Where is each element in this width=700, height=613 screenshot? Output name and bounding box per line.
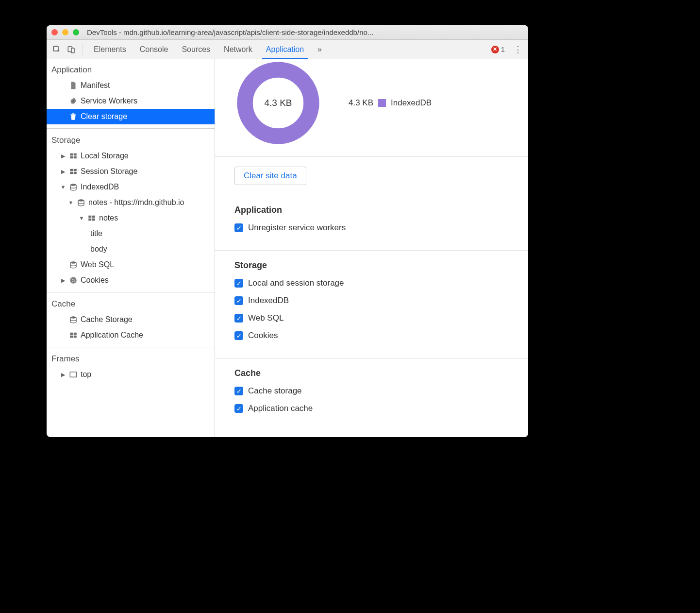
sidebar-item-label: Web SQL [81, 260, 114, 269]
sidebar-item-indexeddb-db[interactable]: ▼ notes - https://mdn.github.io [47, 195, 215, 210]
inspect-element-icon[interactable] [50, 43, 63, 56]
legend-label: IndexedDB [391, 98, 432, 108]
svg-point-24 [70, 316, 76, 319]
button-label: Clear site data [244, 171, 297, 180]
tab-console[interactable]: Console [140, 40, 168, 59]
chevron-right-icon: ▶ [60, 277, 66, 284]
tab-label: Application [266, 45, 304, 54]
close-window-icon[interactable] [51, 29, 58, 35]
content-area: Application Manifest Service Workers [47, 59, 528, 437]
svg-point-20 [72, 279, 73, 280]
device-toggle-icon[interactable] [65, 43, 78, 56]
chevron-down-icon: ▼ [68, 200, 74, 205]
checkbox-cookies[interactable]: ✓ Cookies [234, 331, 509, 341]
minimize-window-icon[interactable] [62, 29, 68, 35]
usage-legend: 4.3 KB IndexedDB [341, 98, 432, 108]
svg-rect-6 [70, 156, 73, 159]
sidebar-item-label: Service Workers [81, 97, 137, 105]
sidebar-item-label: Local Storage [81, 152, 129, 160]
clear-storage-panel: 4.3 KB 4.3 KB IndexedDB Clear site data … [215, 59, 528, 437]
svg-rect-5 [74, 153, 77, 156]
checkbox-checked-icon: ✓ [234, 331, 243, 340]
section-heading: Application [234, 205, 509, 215]
sidebar-item-label: Manifest [81, 81, 110, 90]
sidebar-item-label: Cookies [81, 276, 109, 285]
sidebar-item-cookies[interactable]: ▶ Cookies [47, 272, 215, 288]
section-application: Application ✓ Unregister service workers [215, 195, 528, 250]
svg-rect-9 [74, 169, 77, 171]
checkbox-cache-storage[interactable]: ✓ Cache storage [234, 386, 509, 396]
tab-elements[interactable]: Elements [94, 40, 126, 59]
sidebar-item-label: IndexedDB [81, 183, 119, 191]
sidebar-item-label: top [81, 370, 91, 379]
legend-size: 4.3 KB [341, 98, 373, 108]
section-cache: Cache ✓ Cache storage ✓ Application cach… [215, 358, 528, 431]
sidebar-group-application: Application [47, 62, 215, 78]
storage-usage-chart: 4.3 KB 4.3 KB IndexedDB [215, 59, 528, 156]
svg-rect-27 [70, 336, 73, 338]
sidebar-item-label: title [90, 229, 102, 238]
chevron-right-icon: ▶ [60, 372, 66, 378]
sidebar-item-cache-storage[interactable]: Cache Storage [47, 312, 215, 327]
gear-icon [69, 97, 78, 105]
table-icon [87, 214, 96, 222]
kebab-menu-icon[interactable]: ⋮ [512, 43, 524, 56]
usage-donut: 4.3 KB [234, 59, 322, 147]
sidebar-item-web-sql[interactable]: Web SQL [47, 257, 215, 272]
table-icon [69, 152, 78, 160]
svg-rect-16 [88, 219, 91, 221]
svg-point-12 [70, 184, 76, 186]
cookie-icon [69, 276, 78, 285]
tab-sources[interactable]: Sources [182, 40, 210, 59]
devtools-toolbar: Elements Console Sources Network Applica… [47, 40, 528, 59]
checkbox-unregister-sw[interactable]: ✓ Unregister service workers [234, 223, 509, 233]
checkbox-application-cache[interactable]: ✓ Application cache [234, 404, 509, 413]
checkbox-label: IndexedDB [248, 296, 289, 306]
svg-rect-15 [92, 216, 95, 218]
sidebar-item-frame-top[interactable]: ▶ top [47, 367, 215, 382]
svg-point-23 [74, 281, 75, 282]
maximize-window-icon[interactable] [73, 29, 79, 35]
svg-point-19 [70, 277, 77, 284]
sidebar-group-cache: Cache [47, 296, 215, 312]
sidebar-item-manifest[interactable]: Manifest [47, 78, 215, 93]
error-count-badge[interactable]: ✕ 1 [491, 45, 505, 53]
tab-label: Network [224, 45, 252, 54]
sidebar-item-clear-storage[interactable]: Clear storage [47, 109, 215, 124]
tab-application[interactable]: Application [266, 40, 304, 59]
tab-label: Sources [182, 45, 210, 54]
sidebar-item-label: Cache Storage [81, 315, 133, 324]
svg-rect-11 [74, 172, 77, 174]
svg-point-18 [70, 261, 76, 264]
sidebar-divider [47, 292, 215, 292]
svg-rect-10 [70, 172, 73, 174]
sidebar-item-session-storage[interactable]: ▶ Session Storage [47, 164, 215, 179]
usage-total: 4.3 KB [234, 59, 322, 147]
sidebar-item-indexeddb-store[interactable]: ▼ notes [47, 210, 215, 226]
checkbox-checked-icon: ✓ [234, 314, 243, 323]
frame-icon [69, 370, 78, 379]
sidebar-item-local-storage[interactable]: ▶ Local Storage [47, 148, 215, 164]
sidebar-item-indexeddb-col-title[interactable]: title [47, 226, 215, 241]
svg-rect-28 [74, 336, 77, 338]
sidebar-divider [47, 128, 215, 129]
sidebar-item-service-workers[interactable]: Service Workers [47, 93, 215, 109]
database-icon [69, 183, 78, 191]
checkbox-indexeddb[interactable]: ✓ IndexedDB [234, 296, 509, 306]
tabs-overflow-icon[interactable]: » [317, 40, 322, 59]
checkbox-local-session[interactable]: ✓ Local and session storage [234, 278, 509, 288]
error-icon: ✕ [491, 46, 499, 53]
tab-network[interactable]: Network [224, 40, 252, 59]
checkbox-label: Unregister service workers [248, 223, 346, 233]
svg-rect-17 [92, 219, 95, 221]
checkbox-checked-icon: ✓ [234, 223, 243, 232]
svg-rect-7 [74, 156, 77, 159]
sidebar-item-application-cache[interactable]: Application Cache [47, 327, 215, 343]
tab-label: Elements [94, 45, 126, 54]
svg-point-22 [72, 281, 73, 282]
checkbox-websql[interactable]: ✓ Web SQL [234, 313, 509, 323]
sidebar-item-indexeddb-col-body[interactable]: body [47, 241, 215, 257]
svg-rect-29 [70, 372, 77, 377]
sidebar-item-indexeddb[interactable]: ▼ IndexedDB [47, 179, 215, 195]
clear-site-data-button[interactable]: Clear site data [234, 167, 306, 185]
